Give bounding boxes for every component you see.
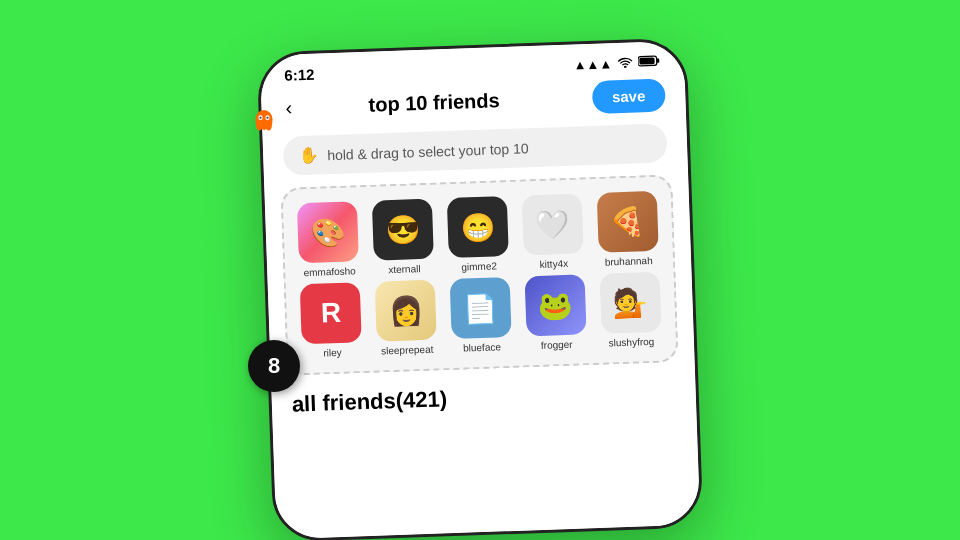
friends-grid: 🎨 emmafosho 😎 xternall 😁 (293, 191, 666, 360)
friend-item-xternall[interactable]: 😎 xternall (368, 198, 439, 275)
username-emmafosho: emmafosho (303, 265, 356, 278)
save-button[interactable]: save (591, 78, 665, 114)
username-xternall: xternall (388, 263, 421, 275)
username-gimme2: gimme2 (461, 260, 497, 272)
avatar-emmafosho: 🎨 (297, 201, 359, 263)
svg-point-4 (266, 117, 268, 119)
avatar-blueface: 📄 (450, 277, 512, 339)
phone-frame: 6:12 ▲▲▲ ‹ top 10 friends save (257, 38, 704, 540)
svg-rect-6 (639, 57, 654, 64)
username-sleeprepeat: sleeprepeat (381, 344, 434, 357)
status-time: 6:12 (284, 66, 315, 84)
username-slushyfrog: slushyfrog (609, 336, 655, 349)
friend-item-kitty4x[interactable]: 🤍 kitty4x (517, 193, 588, 270)
friend-item-bruhannah[interactable]: 🍕 bruhannah (592, 191, 663, 268)
wifi-icon (617, 56, 634, 72)
avatar-slushyfrog: 💁 (599, 272, 661, 334)
page-title: top 10 friends (276, 86, 593, 120)
friend-item-slushyfrog[interactable]: 💁 slushyfrog (595, 272, 666, 349)
avatar-sleeprepeat: 👩 (375, 280, 437, 342)
top10-section: 🎨 emmafosho 😎 xternall 😁 (280, 174, 678, 376)
username-bruhannah: bruhannah (605, 255, 653, 268)
signal-icon: ▲▲▲ (573, 56, 612, 72)
phone-content: 6:12 ▲▲▲ ‹ top 10 friends save (260, 41, 701, 540)
instruction-bar[interactable]: ✋ hold & drag to select your top 10 (283, 123, 668, 175)
eight-ball: 8 (248, 340, 300, 392)
riley-label: R (320, 297, 341, 330)
friend-item-sleeprepeat[interactable]: 👩 sleeprepeat (370, 279, 441, 356)
friend-item-riley[interactable]: R riley (296, 282, 367, 359)
friend-item-emmafosho[interactable]: 🎨 emmafosho (293, 201, 364, 278)
username-riley: riley (323, 347, 342, 359)
scene: 8 6:12 ▲▲▲ (0, 0, 960, 540)
hand-icon: ✋ (299, 146, 320, 166)
friend-item-frogger[interactable]: 🐸 frogger (520, 274, 591, 351)
avatar-riley: R (300, 282, 362, 344)
avatar-bruhannah: 🍕 (596, 191, 658, 253)
username-frogger: frogger (541, 339, 573, 351)
status-icons: ▲▲▲ (573, 55, 660, 73)
ghost-sticker (250, 108, 278, 136)
avatar-frogger: 🐸 (524, 274, 586, 336)
friend-item-blueface[interactable]: 📄 blueface (445, 277, 516, 354)
username-blueface: blueface (463, 341, 501, 353)
battery-icon (638, 55, 661, 71)
svg-rect-7 (657, 58, 660, 62)
svg-point-3 (259, 117, 261, 119)
all-friends-title: all friends(421) (291, 386, 447, 416)
username-kitty4x: kitty4x (540, 258, 569, 270)
friend-item-gimme2[interactable]: 😁 gimme2 (442, 196, 513, 273)
avatar-xternall: 😎 (372, 199, 434, 261)
avatar-kitty4x: 🤍 (522, 193, 584, 255)
instruction-text: hold & drag to select your top 10 (327, 140, 529, 163)
avatar-gimme2: 😁 (447, 196, 509, 258)
